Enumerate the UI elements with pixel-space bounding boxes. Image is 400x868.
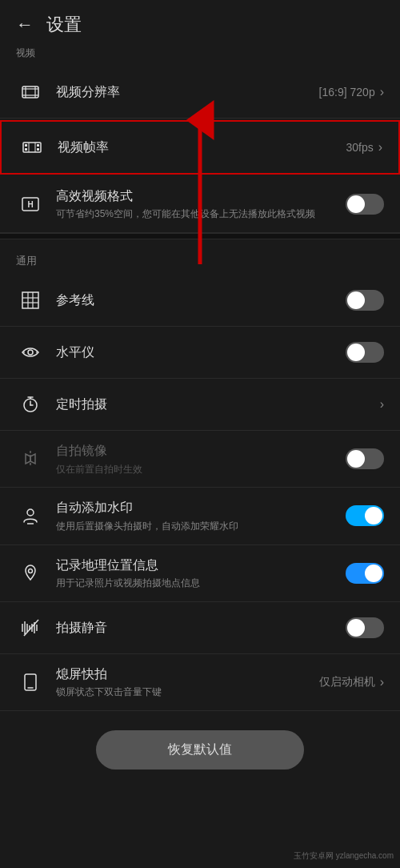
shutter-sound-item[interactable]: 拍摄静音 [0, 602, 400, 654]
location-subtitle: 用于记录照片或视频拍摄地点信息 [56, 577, 346, 590]
level-item[interactable]: 水平仪 [0, 327, 400, 379]
level-icon [16, 338, 45, 367]
svg-rect-0 [22, 86, 38, 98]
shutter-sound-content: 拍摄静音 [56, 619, 346, 637]
sound-icon [16, 613, 45, 642]
selfie-mirror-toggle[interactable] [346, 448, 384, 469]
video-framerate-chevron: › [378, 140, 382, 155]
video-settings-group: 视频分辨率 [16:9] 720p › 视频帧率 30fps › [0, 66, 400, 233]
svg-rect-14 [22, 292, 38, 308]
watermark-icon [16, 501, 45, 530]
video-resolution-content: 视频分辨率 [56, 83, 319, 101]
location-icon [16, 559, 45, 588]
selfie-mirror-item[interactable]: 自拍镜像 仅在前置自拍时生效 [0, 431, 400, 488]
efficient-video-toggle[interactable] [346, 194, 384, 215]
film-icon [16, 78, 45, 106]
efficient-video-title: 高效视频格式 [56, 187, 346, 205]
screen-off-snap-item[interactable]: 熄屏快拍 锁屏状态下双击音量下键 仅启动相机 › [0, 654, 400, 711]
video-resolution-chevron: › [380, 85, 384, 99]
timer-content: 定时拍摄 [56, 396, 380, 413]
svg-rect-8 [37, 144, 39, 147]
grid-icon [16, 286, 45, 315]
auto-watermark-content: 自动添加水印 使用后置摄像头拍摄时，自动添加荣耀水印 [56, 499, 346, 532]
general-section-label: 通用 [0, 239, 400, 275]
svg-point-30 [29, 569, 33, 573]
selfie-mirror-title: 自拍镜像 [56, 442, 346, 460]
reference-line-toggle[interactable] [346, 290, 384, 311]
general-settings-group: 参考线 水平仪 定 [0, 275, 400, 711]
reference-line-title: 参考线 [56, 291, 346, 309]
filmstrip-icon [18, 133, 46, 162]
video-framerate-content: 视频帧率 [58, 139, 346, 156]
auto-watermark-subtitle: 使用后置摄像头拍摄时，自动添加荣耀水印 [56, 520, 346, 533]
auto-watermark-item[interactable]: 自动添加水印 使用后置摄像头拍摄时，自动添加荣耀水印 [0, 488, 400, 545]
reference-line-item[interactable]: 参考线 [0, 275, 400, 327]
efficient-icon: H [16, 190, 45, 219]
level-title: 水平仪 [56, 344, 346, 361]
shutter-sound-title: 拍摄静音 [56, 619, 346, 637]
screen-off-snap-value: 仅启动相机 [319, 675, 375, 689]
efficient-video-item[interactable]: H 高效视频格式 可节省约35%空间，您可能在其他设备上无法播放此格式视频 [0, 176, 400, 233]
video-resolution-value: [16:9] 720p [319, 86, 375, 98]
shutter-sound-toggle[interactable] [346, 617, 384, 638]
svg-rect-6 [25, 144, 27, 147]
auto-watermark-title: 自动添加水印 [56, 499, 346, 516]
svg-point-28 [27, 509, 34, 516]
mirror-icon [16, 444, 45, 473]
page-title: 设置 [46, 13, 82, 37]
video-resolution-item[interactable]: 视频分辨率 [16:9] 720p › [0, 66, 400, 119]
svg-rect-5 [23, 143, 41, 152]
efficient-video-content: 高效视频格式 可节省约35%空间，您可能在其他设备上无法播放此格式视频 [56, 187, 346, 221]
location-toggle[interactable] [346, 563, 384, 584]
svg-rect-9 [37, 148, 39, 151]
timer-item[interactable]: 定时拍摄 › [0, 379, 400, 431]
video-framerate-item[interactable]: 视频帧率 30fps › [0, 120, 400, 175]
screen-off-snap-content: 熄屏快拍 锁屏状态下双击音量下键 [56, 665, 319, 699]
watermark: 玉竹安卓网 yzlangecha.com [294, 850, 394, 862]
reference-line-content: 参考线 [56, 291, 346, 309]
screen-icon [16, 668, 45, 697]
svg-point-19 [28, 350, 33, 355]
back-button[interactable]: ← [16, 14, 34, 35]
selfie-mirror-subtitle: 仅在前置自拍时生效 [56, 463, 346, 476]
level-toggle[interactable] [346, 342, 384, 363]
selfie-mirror-content: 自拍镜像 仅在前置自拍时生效 [56, 442, 346, 476]
auto-watermark-toggle[interactable] [346, 505, 384, 526]
video-framerate-value: 30fps [346, 141, 373, 154]
timer-icon [16, 390, 45, 419]
location-item[interactable]: 记录地理位置信息 用于记录照片或视频拍摄地点信息 [0, 545, 400, 602]
screen-off-snap-title: 熄屏快拍 [56, 665, 319, 683]
efficient-video-subtitle: 可节省约35%空间，您可能在其他设备上无法播放此格式视频 [56, 207, 346, 221]
location-content: 记录地理位置信息 用于记录照片或视频拍摄地点信息 [56, 557, 346, 590]
screen-off-snap-subtitle: 锁屏状态下双击音量下键 [56, 685, 319, 699]
location-title: 记录地理位置信息 [56, 557, 346, 574]
level-content: 水平仪 [56, 344, 346, 361]
header: ← 设置 [0, 0, 400, 43]
video-framerate-title: 视频帧率 [58, 139, 346, 156]
restore-defaults-button[interactable]: 恢复默认值 [96, 730, 304, 770]
section-video-label: 视频 [0, 43, 400, 66]
svg-text:H: H [27, 200, 33, 209]
bottom-area: 恢复默认值 [0, 711, 400, 782]
screen-off-snap-chevron: › [380, 675, 384, 689]
timer-chevron: › [380, 397, 384, 412]
section-divider [0, 233, 400, 239]
timer-title: 定时拍摄 [56, 396, 380, 413]
svg-rect-7 [25, 148, 27, 151]
video-resolution-title: 视频分辨率 [56, 83, 319, 101]
